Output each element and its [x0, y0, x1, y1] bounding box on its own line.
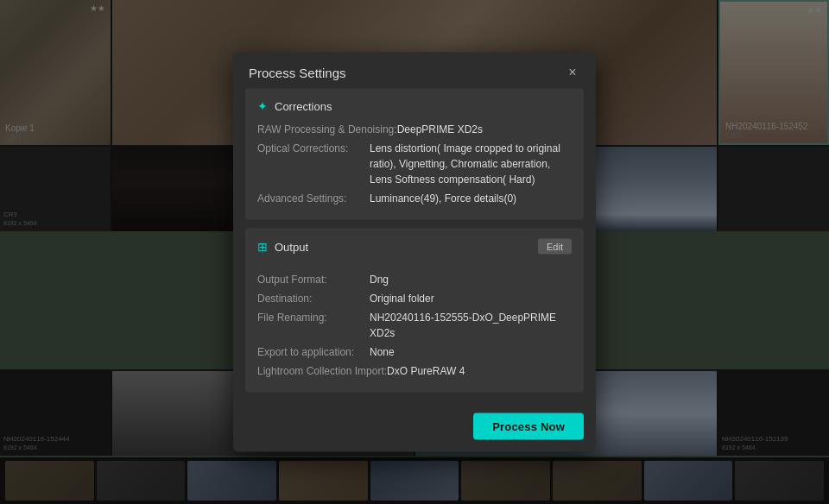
dialog-footer: Process Now [233, 405, 596, 452]
destination-label: Destination: [257, 291, 370, 306]
lightroom-value: DxO PureRAW 4 [387, 363, 572, 379]
export-label: Export to application: [257, 344, 370, 360]
export-value: None [370, 344, 572, 360]
advanced-value: Luminance(49), Force details(0) [370, 191, 572, 206]
dialog-title: Process Settings [249, 65, 346, 79]
raw-value: DeepPRIME XD2s [397, 122, 572, 137]
output-header: ⊞ Output [257, 240, 308, 254]
raw-label: RAW Processing & Denoising: [257, 122, 397, 137]
output-header-row: ⊞ Output Edit [257, 239, 572, 255]
close-button[interactable]: × [565, 65, 580, 80]
destination-value: Original folder [370, 291, 572, 306]
optical-row: Optical Corrections: Lens distortion( Im… [257, 141, 572, 187]
output-icon: ⊞ [257, 240, 268, 254]
lightroom-row: Lightroom Collection Import: DxO PureRAW… [257, 363, 572, 379]
corrections-icon: ✦ [257, 99, 268, 113]
edit-button[interactable]: Edit [538, 239, 572, 255]
output-title: Output [275, 240, 308, 253]
corrections-title: Corrections [275, 99, 332, 112]
renaming-value: NH20240116-152555-DxO_DeepPRIME XD2s [370, 310, 572, 341]
optical-value: Lens distortion( Image cropped to origin… [370, 141, 572, 187]
dialog-body: ✦ Corrections RAW Processing & Denoising… [233, 89, 596, 405]
destination-row: Destination: Original folder [257, 291, 572, 306]
output-section: ⊞ Output Edit Output Format: Dng Destina… [245, 229, 584, 393]
corrections-section: ✦ Corrections RAW Processing & Denoising… [245, 89, 584, 220]
advanced-row: Advanced Settings: Luminance(49), Force … [257, 191, 572, 206]
renaming-row: File Renaming: NH20240116-152555-DxO_Dee… [257, 310, 572, 341]
process-settings-dialog: Process Settings × ✦ Corrections RAW Pro… [233, 53, 596, 452]
advanced-label: Advanced Settings: [257, 191, 370, 206]
process-now-button[interactable]: Process Now [473, 413, 584, 440]
renaming-label: File Renaming: [257, 310, 370, 341]
export-row: Export to application: None [257, 344, 572, 360]
format-row: Output Format: Dng [257, 272, 572, 287]
format-label: Output Format: [257, 272, 370, 287]
optical-label: Optical Corrections: [257, 141, 370, 187]
corrections-header: ✦ Corrections [257, 99, 572, 113]
raw-row: RAW Processing & Denoising: DeepPRIME XD… [257, 122, 572, 137]
format-value: Dng [370, 272, 572, 287]
lightroom-label: Lightroom Collection Import: [257, 363, 387, 379]
dialog-header: Process Settings × [233, 53, 596, 89]
